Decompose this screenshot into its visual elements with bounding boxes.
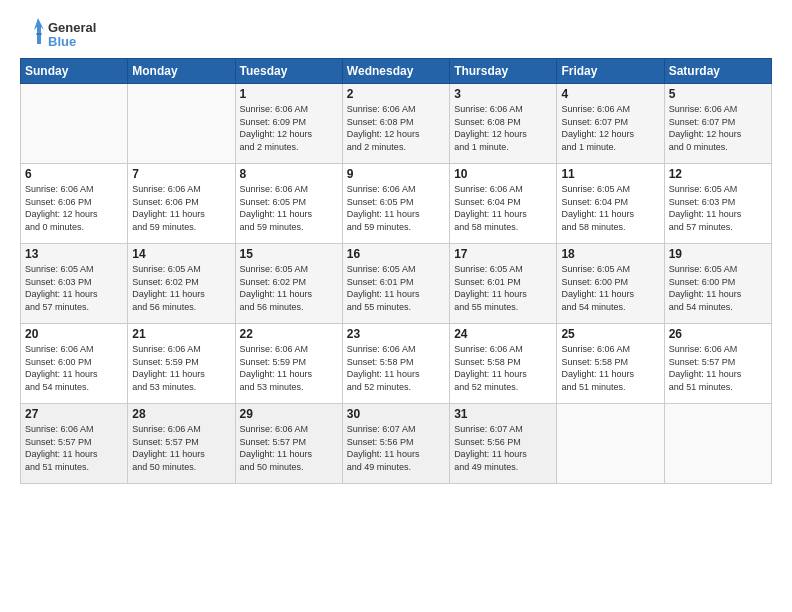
calendar-cell: 22Sunrise: 6:06 AM Sunset: 5:59 PM Dayli…: [235, 324, 342, 404]
calendar-cell: 13Sunrise: 6:05 AM Sunset: 6:03 PM Dayli…: [21, 244, 128, 324]
calendar-cell: 15Sunrise: 6:05 AM Sunset: 6:02 PM Dayli…: [235, 244, 342, 324]
day-info: Sunrise: 6:06 AM Sunset: 5:57 PM Dayligh…: [669, 343, 767, 393]
day-number: 2: [347, 87, 445, 101]
calendar-week-row: 1Sunrise: 6:06 AM Sunset: 6:09 PM Daylig…: [21, 84, 772, 164]
day-info: Sunrise: 6:06 AM Sunset: 6:08 PM Dayligh…: [347, 103, 445, 153]
day-number: 4: [561, 87, 659, 101]
calendar-cell: 19Sunrise: 6:05 AM Sunset: 6:00 PM Dayli…: [664, 244, 771, 324]
day-info: Sunrise: 6:05 AM Sunset: 6:03 PM Dayligh…: [25, 263, 123, 313]
day-number: 14: [132, 247, 230, 261]
day-info: Sunrise: 6:06 AM Sunset: 5:58 PM Dayligh…: [347, 343, 445, 393]
day-number: 10: [454, 167, 552, 181]
calendar-cell: 24Sunrise: 6:06 AM Sunset: 5:58 PM Dayli…: [450, 324, 557, 404]
day-info: Sunrise: 6:05 AM Sunset: 6:00 PM Dayligh…: [669, 263, 767, 313]
day-number: 29: [240, 407, 338, 421]
header: General Blue: [20, 16, 772, 52]
day-number: 15: [240, 247, 338, 261]
weekday-header: Sunday: [21, 59, 128, 84]
calendar-cell: 2Sunrise: 6:06 AM Sunset: 6:08 PM Daylig…: [342, 84, 449, 164]
day-info: Sunrise: 6:06 AM Sunset: 5:59 PM Dayligh…: [132, 343, 230, 393]
calendar-cell: 27Sunrise: 6:06 AM Sunset: 5:57 PM Dayli…: [21, 404, 128, 484]
day-info: Sunrise: 6:06 AM Sunset: 6:08 PM Dayligh…: [454, 103, 552, 153]
day-info: Sunrise: 6:07 AM Sunset: 5:56 PM Dayligh…: [454, 423, 552, 473]
day-number: 3: [454, 87, 552, 101]
logo: General Blue: [20, 16, 110, 52]
day-info: Sunrise: 6:06 AM Sunset: 6:07 PM Dayligh…: [561, 103, 659, 153]
calendar-cell: 20Sunrise: 6:06 AM Sunset: 6:00 PM Dayli…: [21, 324, 128, 404]
day-number: 12: [669, 167, 767, 181]
weekday-header: Friday: [557, 59, 664, 84]
day-number: 24: [454, 327, 552, 341]
calendar-cell: 21Sunrise: 6:06 AM Sunset: 5:59 PM Dayli…: [128, 324, 235, 404]
calendar-cell: 9Sunrise: 6:06 AM Sunset: 6:05 PM Daylig…: [342, 164, 449, 244]
logo-svg: General Blue: [20, 16, 110, 52]
day-info: Sunrise: 6:05 AM Sunset: 6:00 PM Dayligh…: [561, 263, 659, 313]
day-info: Sunrise: 6:06 AM Sunset: 6:04 PM Dayligh…: [454, 183, 552, 233]
weekday-header: Tuesday: [235, 59, 342, 84]
day-number: 6: [25, 167, 123, 181]
calendar-cell: 3Sunrise: 6:06 AM Sunset: 6:08 PM Daylig…: [450, 84, 557, 164]
calendar-cell: 17Sunrise: 6:05 AM Sunset: 6:01 PM Dayli…: [450, 244, 557, 324]
day-number: 22: [240, 327, 338, 341]
day-info: Sunrise: 6:06 AM Sunset: 6:07 PM Dayligh…: [669, 103, 767, 153]
svg-text:Blue: Blue: [48, 34, 76, 49]
calendar-cell: 6Sunrise: 6:06 AM Sunset: 6:06 PM Daylig…: [21, 164, 128, 244]
calendar-header-row: SundayMondayTuesdayWednesdayThursdayFrid…: [21, 59, 772, 84]
calendar-cell: 10Sunrise: 6:06 AM Sunset: 6:04 PM Dayli…: [450, 164, 557, 244]
svg-marker-2: [34, 18, 44, 44]
calendar-cell: 7Sunrise: 6:06 AM Sunset: 6:06 PM Daylig…: [128, 164, 235, 244]
calendar-week-row: 27Sunrise: 6:06 AM Sunset: 5:57 PM Dayli…: [21, 404, 772, 484]
day-number: 27: [25, 407, 123, 421]
calendar-cell: [557, 404, 664, 484]
day-number: 31: [454, 407, 552, 421]
day-info: Sunrise: 6:06 AM Sunset: 6:06 PM Dayligh…: [132, 183, 230, 233]
calendar-cell: [664, 404, 771, 484]
calendar-week-row: 6Sunrise: 6:06 AM Sunset: 6:06 PM Daylig…: [21, 164, 772, 244]
weekday-header: Thursday: [450, 59, 557, 84]
day-info: Sunrise: 6:06 AM Sunset: 5:59 PM Dayligh…: [240, 343, 338, 393]
day-number: 20: [25, 327, 123, 341]
day-info: Sunrise: 6:05 AM Sunset: 6:01 PM Dayligh…: [454, 263, 552, 313]
calendar-table: SundayMondayTuesdayWednesdayThursdayFrid…: [20, 58, 772, 484]
day-number: 1: [240, 87, 338, 101]
day-info: Sunrise: 6:06 AM Sunset: 5:57 PM Dayligh…: [132, 423, 230, 473]
day-number: 7: [132, 167, 230, 181]
day-info: Sunrise: 6:05 AM Sunset: 6:04 PM Dayligh…: [561, 183, 659, 233]
day-info: Sunrise: 6:06 AM Sunset: 5:58 PM Dayligh…: [561, 343, 659, 393]
calendar-cell: 28Sunrise: 6:06 AM Sunset: 5:57 PM Dayli…: [128, 404, 235, 484]
weekday-header: Monday: [128, 59, 235, 84]
day-number: 18: [561, 247, 659, 261]
day-number: 17: [454, 247, 552, 261]
calendar-cell: 5Sunrise: 6:06 AM Sunset: 6:07 PM Daylig…: [664, 84, 771, 164]
day-info: Sunrise: 6:06 AM Sunset: 6:00 PM Dayligh…: [25, 343, 123, 393]
day-number: 16: [347, 247, 445, 261]
calendar-week-row: 20Sunrise: 6:06 AM Sunset: 6:00 PM Dayli…: [21, 324, 772, 404]
calendar-cell: [21, 84, 128, 164]
calendar-cell: 26Sunrise: 6:06 AM Sunset: 5:57 PM Dayli…: [664, 324, 771, 404]
day-info: Sunrise: 6:06 AM Sunset: 5:58 PM Dayligh…: [454, 343, 552, 393]
calendar-cell: 23Sunrise: 6:06 AM Sunset: 5:58 PM Dayli…: [342, 324, 449, 404]
calendar-cell: [128, 84, 235, 164]
day-number: 28: [132, 407, 230, 421]
calendar-cell: 16Sunrise: 6:05 AM Sunset: 6:01 PM Dayli…: [342, 244, 449, 324]
day-number: 30: [347, 407, 445, 421]
day-number: 8: [240, 167, 338, 181]
day-number: 11: [561, 167, 659, 181]
day-info: Sunrise: 6:06 AM Sunset: 6:06 PM Dayligh…: [25, 183, 123, 233]
calendar-cell: 25Sunrise: 6:06 AM Sunset: 5:58 PM Dayli…: [557, 324, 664, 404]
day-info: Sunrise: 6:06 AM Sunset: 6:05 PM Dayligh…: [347, 183, 445, 233]
day-info: Sunrise: 6:05 AM Sunset: 6:02 PM Dayligh…: [240, 263, 338, 313]
day-info: Sunrise: 6:05 AM Sunset: 6:02 PM Dayligh…: [132, 263, 230, 313]
weekday-header: Wednesday: [342, 59, 449, 84]
calendar-cell: 31Sunrise: 6:07 AM Sunset: 5:56 PM Dayli…: [450, 404, 557, 484]
svg-text:General: General: [48, 20, 96, 35]
calendar-cell: 8Sunrise: 6:06 AM Sunset: 6:05 PM Daylig…: [235, 164, 342, 244]
calendar-cell: 30Sunrise: 6:07 AM Sunset: 5:56 PM Dayli…: [342, 404, 449, 484]
day-info: Sunrise: 6:05 AM Sunset: 6:03 PM Dayligh…: [669, 183, 767, 233]
day-number: 13: [25, 247, 123, 261]
calendar-cell: 14Sunrise: 6:05 AM Sunset: 6:02 PM Dayli…: [128, 244, 235, 324]
day-number: 21: [132, 327, 230, 341]
day-number: 9: [347, 167, 445, 181]
day-number: 23: [347, 327, 445, 341]
day-info: Sunrise: 6:07 AM Sunset: 5:56 PM Dayligh…: [347, 423, 445, 473]
